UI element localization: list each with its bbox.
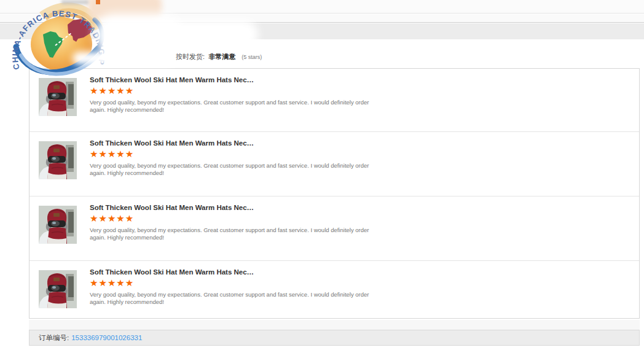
shipping-rating-label: 按时发货: <box>176 53 205 60</box>
star-rating-icon: ★★★★★ <box>90 213 379 224</box>
product-thumbnail[interactable] <box>39 141 77 179</box>
product-title[interactable]: Soft Thicken Wool Ski Hat Men Warm Hats … <box>90 268 379 276</box>
footer-spacer-band <box>29 320 640 330</box>
brand-logo: CHINA-AFRICA BEST TRADING PLATFORM <box>7 0 106 90</box>
review-text: Very good quality, beyond my expectation… <box>90 291 369 305</box>
star-rating-icon: ★★★★★ <box>90 149 379 159</box>
product-title[interactable]: Soft Thicken Wool Ski Hat Men Warm Hats … <box>90 204 379 211</box>
product-thumbnail[interactable] <box>39 270 77 308</box>
product-photo-icon <box>39 206 77 244</box>
review-text: Very good quality, beyond my expectation… <box>90 227 369 241</box>
product-photo-icon <box>39 141 77 179</box>
shipping-rating-value: 非常满意 <box>208 53 235 60</box>
review-item: Soft Thicken Wool Ski Hat Men Warm Hats … <box>29 260 639 318</box>
product-title[interactable]: Soft Thicken Wool Ski Hat Men Warm Hats … <box>90 139 379 147</box>
review-list-card: Soft Thicken Wool Ski Hat Men Warm Hats … <box>29 68 640 319</box>
order-number-link[interactable]: 153336979001026331 <box>71 334 142 341</box>
shipping-rating-line: 按时发货: 非常满意 (5 stars) <box>176 52 262 61</box>
star-rating-icon: ★★★★★ <box>90 278 379 288</box>
product-title[interactable]: Soft Thicken Wool Ski Hat Men Warm Hats … <box>90 76 379 84</box>
order-number-bar: 订单编号:153336979001026331 <box>29 330 640 346</box>
review-item: Soft Thicken Wool Ski Hat Men Warm Hats … <box>29 196 639 260</box>
china-africa-globe-icon: CHINA-AFRICA BEST TRADING PLATFORM <box>7 0 106 90</box>
review-item: Soft Thicken Wool Ski Hat Men Warm Hats … <box>29 131 639 196</box>
shipping-rating-note: (5 stars) <box>242 54 262 60</box>
product-photo-icon <box>39 270 77 308</box>
review-text: Very good quality, beyond my expectation… <box>90 162 369 176</box>
order-number-label: 订单编号: <box>39 334 69 341</box>
review-text: Very good quality, beyond my expectation… <box>90 99 369 113</box>
product-thumbnail[interactable] <box>39 206 77 244</box>
star-rating-icon: ★★★★★ <box>90 85 379 96</box>
review-item: Soft Thicken Wool Ski Hat Men Warm Hats … <box>29 69 639 131</box>
